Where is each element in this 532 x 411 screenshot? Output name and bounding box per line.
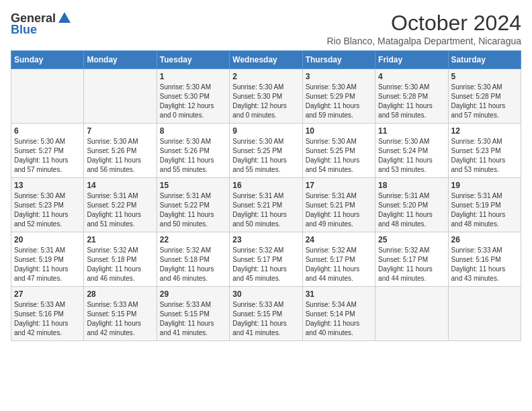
calendar-cell: 6Sunrise: 5:30 AMSunset: 5:27 PMDaylight… bbox=[11, 124, 84, 178]
cell-content: Sunrise: 5:33 AMSunset: 5:15 PMDaylight:… bbox=[232, 300, 299, 338]
calendar-cell: 14Sunrise: 5:31 AMSunset: 5:22 PMDayligh… bbox=[84, 178, 157, 232]
calendar-header-row: SundayMondayTuesdayWednesdayThursdayFrid… bbox=[11, 51, 521, 69]
day-number: 15 bbox=[160, 181, 226, 190]
calendar-cell: 10Sunrise: 5:30 AMSunset: 5:25 PMDayligh… bbox=[302, 124, 375, 178]
calendar-cell: 12Sunrise: 5:30 AMSunset: 5:23 PMDayligh… bbox=[448, 124, 521, 178]
day-number: 20 bbox=[14, 235, 81, 244]
cell-content: Sunrise: 5:31 AMSunset: 5:19 PMDaylight:… bbox=[451, 191, 518, 229]
day-number: 19 bbox=[451, 181, 518, 190]
day-number: 17 bbox=[306, 181, 372, 190]
cell-content: Sunrise: 5:32 AMSunset: 5:17 PMDaylight:… bbox=[378, 246, 445, 283]
cell-content: Sunrise: 5:31 AMSunset: 5:22 PMDaylight:… bbox=[87, 191, 153, 229]
title-area: October 2024 Rio Blanco, Matagalpa Depar… bbox=[327, 11, 522, 46]
calendar-cell: 7Sunrise: 5:30 AMSunset: 5:26 PMDaylight… bbox=[84, 124, 157, 178]
day-number: 16 bbox=[232, 181, 299, 190]
day-number: 7 bbox=[87, 126, 153, 136]
day-number: 6 bbox=[14, 126, 81, 136]
cell-content: Sunrise: 5:30 AMSunset: 5:23 PMDaylight:… bbox=[451, 137, 518, 175]
day-number: 5 bbox=[451, 72, 518, 81]
cell-content: Sunrise: 5:31 AMSunset: 5:20 PMDaylight:… bbox=[378, 191, 445, 229]
day-number: 14 bbox=[87, 181, 153, 190]
cell-content: Sunrise: 5:33 AMSunset: 5:15 PMDaylight:… bbox=[87, 300, 153, 338]
cell-content: Sunrise: 5:32 AMSunset: 5:18 PMDaylight:… bbox=[87, 246, 153, 283]
calendar-cell bbox=[11, 69, 84, 124]
svg-marker-0 bbox=[58, 12, 71, 23]
day-number: 23 bbox=[232, 235, 299, 244]
day-number: 28 bbox=[87, 289, 153, 299]
day-number: 4 bbox=[378, 72, 445, 81]
calendar-cell: 24Sunrise: 5:32 AMSunset: 5:17 PMDayligh… bbox=[302, 232, 375, 287]
cell-content: Sunrise: 5:30 AMSunset: 5:30 PMDaylight:… bbox=[232, 83, 299, 120]
cell-content: Sunrise: 5:30 AMSunset: 5:24 PMDaylight:… bbox=[378, 137, 445, 175]
calendar-cell: 31Sunrise: 5:34 AMSunset: 5:14 PMDayligh… bbox=[302, 287, 375, 341]
calendar-cell bbox=[448, 287, 521, 341]
col-header-sunday: Sunday bbox=[11, 51, 84, 69]
cell-content: Sunrise: 5:30 AMSunset: 5:29 PMDaylight:… bbox=[306, 83, 372, 120]
day-number: 29 bbox=[160, 289, 226, 299]
cell-content: Sunrise: 5:32 AMSunset: 5:17 PMDaylight:… bbox=[306, 246, 372, 283]
col-header-wednesday: Wednesday bbox=[230, 51, 302, 69]
day-number: 1 bbox=[160, 72, 226, 81]
cell-content: Sunrise: 5:32 AMSunset: 5:17 PMDaylight:… bbox=[232, 246, 299, 283]
day-number: 10 bbox=[306, 126, 372, 136]
col-header-monday: Monday bbox=[84, 51, 157, 69]
col-header-tuesday: Tuesday bbox=[157, 51, 229, 69]
calendar-week-row: 6Sunrise: 5:30 AMSunset: 5:27 PMDaylight… bbox=[11, 124, 521, 178]
cell-content: Sunrise: 5:30 AMSunset: 5:30 PMDaylight:… bbox=[160, 83, 226, 120]
calendar-cell: 28Sunrise: 5:33 AMSunset: 5:15 PMDayligh… bbox=[84, 287, 157, 341]
cell-content: Sunrise: 5:33 AMSunset: 5:16 PMDaylight:… bbox=[451, 246, 518, 283]
calendar-week-row: 13Sunrise: 5:30 AMSunset: 5:23 PMDayligh… bbox=[11, 178, 521, 232]
calendar-cell: 23Sunrise: 5:32 AMSunset: 5:17 PMDayligh… bbox=[230, 232, 302, 287]
calendar-cell: 2Sunrise: 5:30 AMSunset: 5:30 PMDaylight… bbox=[230, 69, 302, 124]
cell-content: Sunrise: 5:30 AMSunset: 5:26 PMDaylight:… bbox=[160, 137, 226, 175]
day-number: 31 bbox=[306, 289, 372, 299]
calendar-cell: 26Sunrise: 5:33 AMSunset: 5:16 PMDayligh… bbox=[448, 232, 521, 287]
cell-content: Sunrise: 5:33 AMSunset: 5:16 PMDaylight:… bbox=[14, 300, 81, 338]
day-number: 2 bbox=[232, 72, 299, 81]
cell-content: Sunrise: 5:31 AMSunset: 5:22 PMDaylight:… bbox=[160, 191, 226, 229]
calendar-cell: 1Sunrise: 5:30 AMSunset: 5:30 PMDaylight… bbox=[157, 69, 229, 124]
logo: General Blue bbox=[11, 11, 72, 37]
logo-icon bbox=[57, 11, 72, 26]
calendar-week-row: 27Sunrise: 5:33 AMSunset: 5:16 PMDayligh… bbox=[11, 287, 521, 341]
calendar-cell: 19Sunrise: 5:31 AMSunset: 5:19 PMDayligh… bbox=[448, 178, 521, 232]
calendar-table: SundayMondayTuesdayWednesdayThursdayFrid… bbox=[11, 50, 521, 341]
calendar-cell: 29Sunrise: 5:33 AMSunset: 5:15 PMDayligh… bbox=[157, 287, 229, 341]
day-number: 18 bbox=[378, 181, 445, 190]
cell-content: Sunrise: 5:31 AMSunset: 5:19 PMDaylight:… bbox=[14, 246, 81, 283]
cell-content: Sunrise: 5:34 AMSunset: 5:14 PMDaylight:… bbox=[306, 300, 372, 338]
cell-content: Sunrise: 5:31 AMSunset: 5:21 PMDaylight:… bbox=[232, 191, 299, 229]
day-number: 12 bbox=[451, 126, 518, 136]
calendar-cell: 17Sunrise: 5:31 AMSunset: 5:21 PMDayligh… bbox=[302, 178, 375, 232]
calendar-cell bbox=[375, 287, 448, 341]
day-number: 26 bbox=[451, 235, 518, 244]
day-number: 11 bbox=[378, 126, 445, 136]
calendar-cell: 8Sunrise: 5:30 AMSunset: 5:26 PMDaylight… bbox=[157, 124, 229, 178]
calendar-cell bbox=[84, 69, 157, 124]
calendar-week-row: 20Sunrise: 5:31 AMSunset: 5:19 PMDayligh… bbox=[11, 232, 521, 287]
calendar-cell: 13Sunrise: 5:30 AMSunset: 5:23 PMDayligh… bbox=[11, 178, 84, 232]
cell-content: Sunrise: 5:30 AMSunset: 5:25 PMDaylight:… bbox=[306, 137, 372, 175]
calendar-cell: 21Sunrise: 5:32 AMSunset: 5:18 PMDayligh… bbox=[84, 232, 157, 287]
logo-blue-text: Blue bbox=[11, 23, 37, 37]
calendar-cell: 16Sunrise: 5:31 AMSunset: 5:21 PMDayligh… bbox=[230, 178, 302, 232]
calendar-cell: 5Sunrise: 5:30 AMSunset: 5:28 PMDaylight… bbox=[448, 69, 521, 124]
day-number: 3 bbox=[306, 72, 372, 81]
day-number: 24 bbox=[306, 235, 372, 244]
col-header-thursday: Thursday bbox=[302, 51, 375, 69]
month-title: October 2024 bbox=[327, 11, 522, 36]
calendar-cell: 20Sunrise: 5:31 AMSunset: 5:19 PMDayligh… bbox=[11, 232, 84, 287]
calendar-cell: 18Sunrise: 5:31 AMSunset: 5:20 PMDayligh… bbox=[375, 178, 448, 232]
calendar-cell: 27Sunrise: 5:33 AMSunset: 5:16 PMDayligh… bbox=[11, 287, 84, 341]
cell-content: Sunrise: 5:30 AMSunset: 5:26 PMDaylight:… bbox=[87, 137, 153, 175]
calendar-cell: 11Sunrise: 5:30 AMSunset: 5:24 PMDayligh… bbox=[375, 124, 448, 178]
cell-content: Sunrise: 5:32 AMSunset: 5:18 PMDaylight:… bbox=[160, 246, 226, 283]
calendar-cell: 9Sunrise: 5:30 AMSunset: 5:25 PMDaylight… bbox=[230, 124, 302, 178]
cell-content: Sunrise: 5:31 AMSunset: 5:21 PMDaylight:… bbox=[306, 191, 372, 229]
day-number: 22 bbox=[160, 235, 226, 244]
day-number: 13 bbox=[14, 181, 81, 190]
location-subtitle: Rio Blanco, Matagalpa Department, Nicara… bbox=[327, 36, 522, 46]
cell-content: Sunrise: 5:30 AMSunset: 5:25 PMDaylight:… bbox=[232, 137, 299, 175]
day-number: 8 bbox=[160, 126, 226, 136]
cell-content: Sunrise: 5:30 AMSunset: 5:27 PMDaylight:… bbox=[14, 137, 81, 175]
